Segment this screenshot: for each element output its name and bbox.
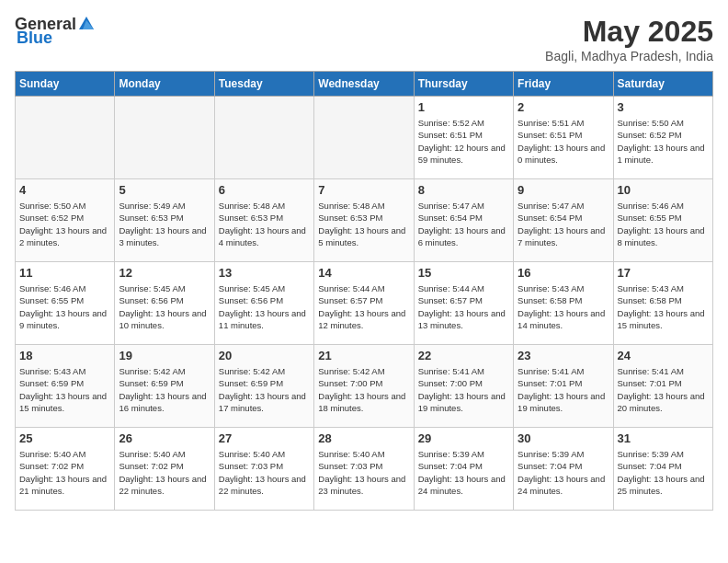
weekday-header-thursday: Thursday: [414, 72, 513, 97]
calendar-cell: 20Sunrise: 5:42 AMSunset: 6:59 PMDayligh…: [214, 345, 313, 428]
sunrise-label: Sunrise: 5:50 AM: [618, 118, 684, 128]
day-number: 29: [418, 431, 509, 445]
daylight-label: Daylight: 13 hours and 2 minutes.: [19, 225, 107, 247]
daylight-label: Daylight: 13 hours and 11 minutes.: [219, 308, 306, 330]
week-row-4: 18Sunrise: 5:43 AMSunset: 6:59 PMDayligh…: [16, 345, 713, 428]
calendar-cell: 30Sunrise: 5:39 AMSunset: 7:04 PMDayligh…: [514, 428, 613, 511]
sunrise-label: Sunrise: 5:46 AM: [618, 201, 684, 211]
sunrise-label: Sunrise: 5:39 AM: [418, 449, 484, 459]
calendar-cell: 22Sunrise: 5:41 AMSunset: 7:00 PMDayligh…: [414, 345, 513, 428]
sunrise-label: Sunrise: 5:43 AM: [618, 283, 684, 293]
sunrise-label: Sunrise: 5:42 AM: [119, 366, 185, 376]
day-info: Sunrise: 5:40 AMSunset: 7:02 PMDaylight:…: [119, 448, 210, 497]
weekday-header-friday: Friday: [514, 72, 613, 97]
sunrise-label: Sunrise: 5:41 AM: [518, 366, 584, 376]
calendar-cell: 11Sunrise: 5:46 AMSunset: 6:55 PMDayligh…: [16, 262, 115, 345]
sunset-label: Sunset: 6:56 PM: [119, 295, 183, 305]
calendar-cell: 18Sunrise: 5:43 AMSunset: 6:59 PMDayligh…: [16, 345, 115, 428]
header-row: SundayMondayTuesdayWednesdayThursdayFrid…: [16, 72, 713, 97]
sunrise-label: Sunrise: 5:44 AM: [418, 283, 484, 293]
week-row-2: 4Sunrise: 5:50 AMSunset: 6:52 PMDaylight…: [16, 179, 713, 262]
day-info: Sunrise: 5:39 AMSunset: 7:04 PMDaylight:…: [618, 448, 709, 497]
day-number: 19: [119, 349, 210, 362]
daylight-label: Daylight: 13 hours and 23 minutes.: [318, 474, 405, 496]
sunset-label: Sunset: 6:59 PM: [219, 378, 283, 388]
calendar-cell: [214, 97, 313, 179]
sunrise-label: Sunrise: 5:41 AM: [418, 366, 484, 376]
day-info: Sunrise: 5:49 AMSunset: 6:53 PMDaylight:…: [119, 200, 210, 248]
calendar-cell: 1Sunrise: 5:52 AMSunset: 6:51 PMDaylight…: [414, 97, 513, 179]
daylight-label: Daylight: 13 hours and 21 minutes.: [19, 474, 107, 496]
day-number: 2: [518, 100, 609, 114]
sunrise-label: Sunrise: 5:41 AM: [618, 366, 684, 376]
daylight-label: Daylight: 13 hours and 20 minutes.: [618, 391, 705, 413]
day-info: Sunrise: 5:50 AMSunset: 6:52 PMDaylight:…: [618, 117, 709, 166]
daylight-label: Daylight: 13 hours and 6 minutes.: [418, 225, 506, 247]
sunrise-label: Sunrise: 5:40 AM: [19, 449, 85, 459]
day-number: 6: [219, 183, 310, 197]
sunrise-label: Sunrise: 5:39 AM: [618, 449, 684, 459]
day-number: 17: [618, 266, 709, 280]
day-number: 1: [418, 100, 509, 114]
day-info: Sunrise: 5:47 AMSunset: 6:54 PMDaylight:…: [518, 200, 609, 248]
daylight-label: Daylight: 13 hours and 1 minute.: [618, 143, 705, 165]
sunrise-label: Sunrise: 5:43 AM: [518, 283, 584, 293]
day-number: 30: [518, 431, 609, 445]
daylight-label: Daylight: 13 hours and 18 minutes.: [318, 391, 405, 413]
calendar-cell: 26Sunrise: 5:40 AMSunset: 7:02 PMDayligh…: [115, 428, 214, 511]
calendar-table: SundayMondayTuesdayWednesdayThursdayFrid…: [15, 71, 713, 511]
sunset-label: Sunset: 7:02 PM: [19, 461, 84, 471]
day-info: Sunrise: 5:45 AMSunset: 6:56 PMDaylight:…: [119, 282, 210, 331]
daylight-label: Daylight: 13 hours and 24 minutes.: [518, 474, 605, 496]
day-info: Sunrise: 5:40 AMSunset: 7:03 PMDaylight:…: [318, 448, 409, 497]
calendar-cell: 16Sunrise: 5:43 AMSunset: 6:58 PMDayligh…: [514, 262, 613, 345]
calendar-cell: [314, 97, 414, 179]
sunrise-label: Sunrise: 5:42 AM: [318, 366, 384, 376]
calendar-cell: 31Sunrise: 5:39 AMSunset: 7:04 PMDayligh…: [613, 428, 712, 511]
day-info: Sunrise: 5:46 AMSunset: 6:55 PMDaylight:…: [618, 200, 709, 248]
daylight-label: Daylight: 13 hours and 8 minutes.: [618, 225, 705, 247]
daylight-label: Daylight: 13 hours and 15 minutes.: [618, 308, 705, 330]
day-info: Sunrise: 5:43 AMSunset: 6:59 PMDaylight:…: [19, 365, 110, 414]
sunset-label: Sunset: 7:04 PM: [418, 461, 483, 471]
day-number: 3: [618, 100, 709, 114]
title-block: May 2025 Bagli, Madhya Pradesh, India: [545, 15, 713, 63]
week-row-3: 11Sunrise: 5:46 AMSunset: 6:55 PMDayligh…: [16, 262, 713, 345]
calendar-cell: 14Sunrise: 5:44 AMSunset: 6:57 PMDayligh…: [314, 262, 414, 345]
day-number: 15: [418, 266, 509, 280]
day-number: 25: [19, 431, 110, 445]
day-info: Sunrise: 5:42 AMSunset: 6:59 PMDaylight:…: [219, 365, 310, 414]
day-info: Sunrise: 5:52 AMSunset: 6:51 PMDaylight:…: [418, 117, 509, 166]
weekday-header-sunday: Sunday: [16, 72, 115, 97]
sunset-label: Sunset: 6:52 PM: [19, 213, 84, 223]
weekday-header-saturday: Saturday: [613, 72, 712, 97]
page-header: General Blue May 2025 Bagli, Madhya Prad…: [15, 15, 713, 63]
day-info: Sunrise: 5:39 AMSunset: 7:04 PMDaylight:…: [418, 448, 509, 497]
sunset-label: Sunset: 6:53 PM: [219, 213, 283, 223]
day-info: Sunrise: 5:42 AMSunset: 6:59 PMDaylight:…: [119, 365, 210, 414]
sunset-label: Sunset: 6:53 PM: [119, 213, 183, 223]
sunrise-label: Sunrise: 5:48 AM: [318, 201, 384, 211]
sunrise-label: Sunrise: 5:40 AM: [318, 449, 384, 459]
calendar-cell: 9Sunrise: 5:47 AMSunset: 6:54 PMDaylight…: [514, 179, 613, 262]
day-number: 4: [19, 183, 110, 197]
sunset-label: Sunset: 6:52 PM: [618, 130, 682, 140]
day-number: 23: [518, 349, 609, 362]
weekday-header-wednesday: Wednesday: [314, 72, 414, 97]
sunrise-label: Sunrise: 5:48 AM: [219, 201, 285, 211]
calendar-cell: 13Sunrise: 5:45 AMSunset: 6:56 PMDayligh…: [214, 262, 313, 345]
day-number: 22: [418, 349, 509, 362]
sunrise-label: Sunrise: 5:46 AM: [19, 283, 85, 293]
calendar-cell: 10Sunrise: 5:46 AMSunset: 6:55 PMDayligh…: [613, 179, 712, 262]
day-number: 10: [618, 183, 709, 197]
sunrise-label: Sunrise: 5:45 AM: [219, 283, 285, 293]
sunset-label: Sunset: 6:58 PM: [618, 295, 682, 305]
daylight-label: Daylight: 13 hours and 25 minutes.: [618, 474, 705, 496]
daylight-label: Daylight: 13 hours and 22 minutes.: [119, 474, 206, 496]
day-info: Sunrise: 5:41 AMSunset: 7:00 PMDaylight:…: [418, 365, 509, 414]
daylight-label: Daylight: 13 hours and 4 minutes.: [219, 225, 306, 247]
day-number: 24: [618, 349, 709, 362]
day-number: 28: [318, 431, 409, 445]
day-info: Sunrise: 5:46 AMSunset: 6:55 PMDaylight:…: [19, 282, 110, 331]
calendar-cell: 7Sunrise: 5:48 AMSunset: 6:53 PMDaylight…: [314, 179, 414, 262]
